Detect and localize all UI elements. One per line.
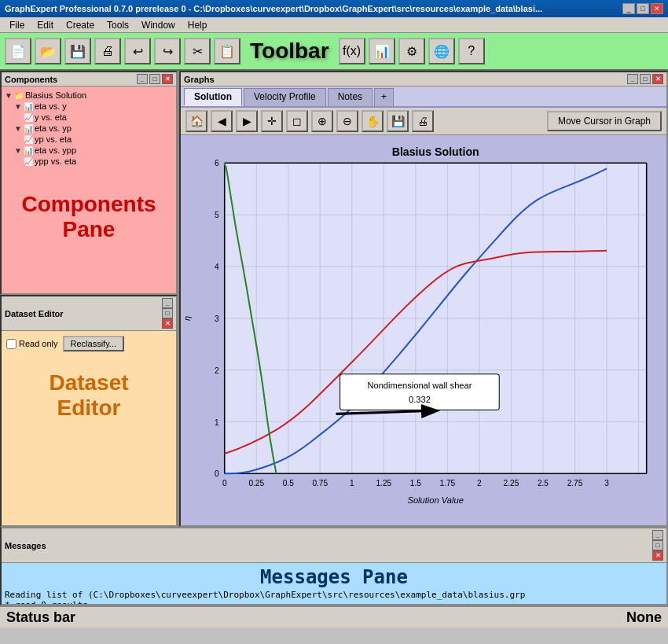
tree-ypp-eta-label[interactable]: ypp vs. eta [35,156,76,166]
menu-create[interactable]: Create [60,18,101,32]
svg-text:1: 1 [215,418,219,427]
dataset-close[interactable]: ✕ [162,318,173,329]
zoom-in-button[interactable]: ⊕ [311,110,333,132]
tree-eta-ypp-label[interactable]: eta vs. ypp [35,145,76,155]
new-button[interactable]: 📄 [5,38,31,64]
dataset-icon-3: 📊 [24,146,33,155]
svg-text:Nondimensional wall shear: Nondimensional wall shear [367,381,472,390]
components-big-label: Components Pane [2,170,176,264]
dataset-restore[interactable]: □ [162,308,173,318]
tree-eta-y[interactable]: ▼ 📊 eta vs. y [5,101,173,112]
tree-area: ▼ 📁 Blasius Solution ▼ 📊 eta vs. y 📈 y v… [2,86,176,170]
toggle-root[interactable]: ▼ [5,91,13,100]
menu-tools[interactable]: Tools [101,18,135,32]
window-controls: _ □ ✕ [622,3,663,14]
toggle-eta-ypp[interactable]: ▼ [14,146,22,155]
svg-text:1.25: 1.25 [376,479,391,488]
status-value: None [626,609,662,626]
components-title: Components [5,75,57,84]
svg-text:3: 3 [604,479,609,488]
svg-text:0: 0 [215,469,219,478]
tree-eta-yp[interactable]: ▼ 📊 eta vs. yp [5,123,173,134]
home-graph-button[interactable]: 🏠 [185,110,207,132]
redo-button[interactable]: ↪ [154,38,181,64]
minimize-button[interactable]: _ [622,3,635,14]
readonly-checkbox-container: Read only [6,336,58,351]
graph-icon-1: 📈 [24,113,33,122]
tree-eta-yp-label[interactable]: eta vs. yp [35,123,72,133]
print-button[interactable]: 🖨 [94,38,121,64]
zoom-out-button[interactable]: ⊖ [336,110,358,132]
tree-blasius[interactable]: Blasius Solution [25,90,86,100]
close-button[interactable]: ✕ [651,3,663,14]
tree-eta-y-label[interactable]: eta vs. y [35,101,67,111]
forward-graph-button[interactable]: ▶ [236,110,258,132]
toggle-eta-yp[interactable]: ▼ [14,124,22,133]
tree-yp-eta-label[interactable]: yp vs. eta [35,134,72,144]
back-graph-button[interactable]: ◀ [211,110,233,132]
print-graph-button[interactable]: 🖨 [412,110,434,132]
svg-text:0.25: 0.25 [248,479,264,488]
graphs-minimize[interactable]: _ [627,74,638,84]
tabs-bar: Solution Velocity Profile Notes + [181,86,666,108]
menu-file[interactable]: File [3,18,31,32]
menu-help[interactable]: Help [182,18,214,32]
select-button[interactable]: ◻ [286,110,308,132]
save-graph-button[interactable]: 💾 [387,110,409,132]
graphs-titlebar: Graphs _ □ ✕ [181,72,666,86]
graphs-close[interactable]: ✕ [652,74,663,84]
components-restore[interactable]: □ [149,74,160,84]
menu-window[interactable]: Window [135,18,182,32]
function-button[interactable]: f(x) [339,38,365,64]
crosshair-button[interactable]: ✛ [261,110,283,132]
tab-velocity-profile[interactable]: Velocity Profile [244,88,326,106]
reclassify-button[interactable]: Reclassify... [63,336,124,351]
tree-y-eta-label[interactable]: y vs. eta [35,112,67,122]
dataset-controls-btns: _ □ ✕ [162,298,173,329]
tab-add-button[interactable]: + [374,88,394,106]
dataset-icon-1: 📊 [24,102,33,111]
readonly-checkbox[interactable] [6,339,17,349]
tab-solution[interactable]: Solution [184,88,242,106]
readonly-label: Read only [19,339,58,348]
help-button[interactable]: ? [458,38,485,64]
components-close[interactable]: ✕ [162,74,173,84]
tree-eta-ypp[interactable]: ▼ 📊 eta vs. ypp [5,145,173,156]
move-cursor-button[interactable]: Move Cursor in Graph [547,111,662,131]
graphs-restore[interactable]: □ [640,74,651,84]
tab-notes[interactable]: Notes [328,88,373,106]
messages-pane: Messages _ □ ✕ Messages Pane Reading lis… [0,527,668,605]
chart-button[interactable]: 📊 [369,38,395,64]
components-minimize[interactable]: _ [137,74,148,84]
tree-ypp-eta[interactable]: 📈 ypp vs. eta [5,156,173,167]
svg-text:6: 6 [215,159,219,167]
settings-button[interactable]: ⚙ [398,38,425,64]
hand-tool-button[interactable]: ✋ [362,110,384,132]
copy-button[interactable]: 📋 [214,38,240,64]
messages-title: Messages [5,541,46,550]
svg-text:0.5: 0.5 [283,479,294,488]
messages-controls: _ □ ✕ [652,530,663,561]
graph-area[interactable]: 0 0.25 0.5 0.75 1 1.25 1.5 1.75 2 2.25 2… [181,135,666,525]
undo-button[interactable]: ↩ [124,38,151,64]
menu-bar: File Edit Create Tools Window Help [0,17,668,33]
earth-button[interactable]: 🌐 [428,38,455,64]
messages-minimize[interactable]: _ [652,530,663,540]
tree-y-eta[interactable]: 📈 y vs. eta [5,112,173,123]
toggle-eta-y[interactable]: ▼ [14,102,22,111]
components-pane: Components _ □ ✕ ▼ 📁 Blasius Solution ▼ … [0,71,178,295]
dataset-minimize[interactable]: _ [162,298,173,308]
cut-button[interactable]: ✂ [184,38,211,64]
dataset-title: Dataset Editor [5,309,64,318]
messages-big-label: Messages Pane [5,565,663,590]
message-line-0: Reading list of (C:\Dropboxes\curveexper… [5,590,663,600]
messages-close[interactable]: ✕ [652,550,663,561]
maximize-button[interactable]: □ [637,3,649,14]
main-content: Components _ □ ✕ ▼ 📁 Blasius Solution ▼ … [0,71,668,527]
tree-root[interactable]: ▼ 📁 Blasius Solution [5,90,173,101]
menu-edit[interactable]: Edit [31,18,60,32]
messages-restore[interactable]: □ [652,540,663,550]
save-button[interactable]: 💾 [64,38,91,64]
tree-yp-eta[interactable]: 📈 yp vs. eta [5,134,173,145]
open-button[interactable]: 📂 [35,38,61,64]
